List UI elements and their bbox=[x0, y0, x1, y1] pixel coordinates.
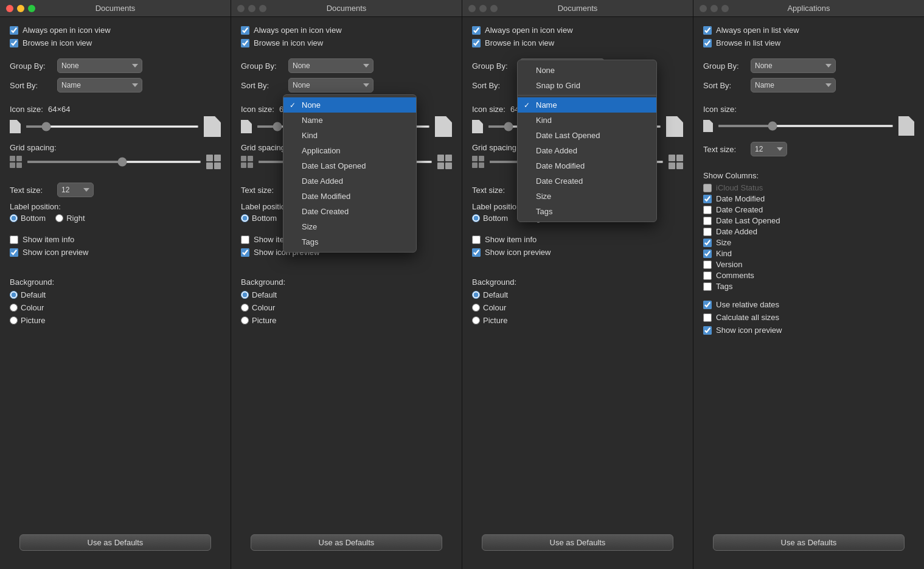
maximize-button-1[interactable] bbox=[28, 5, 35, 12]
col-dateadded-4: Date Added bbox=[703, 227, 914, 236]
dropdown-item-size-3[interactable]: Size bbox=[518, 189, 656, 204]
icon-lg-4 bbox=[898, 116, 914, 136]
use-relative-dates-checkbox-4[interactable] bbox=[703, 301, 712, 309]
col-datecreated-checkbox-4[interactable] bbox=[703, 206, 712, 214]
use-defaults-btn-2[interactable]: Use as Defaults bbox=[251, 534, 442, 551]
dropdown-item-name-3[interactable]: ✓Name bbox=[518, 97, 656, 113]
use-defaults-btn-3[interactable]: Use as Defaults bbox=[482, 534, 673, 551]
show-icon-preview-checkbox-3[interactable] bbox=[472, 248, 481, 257]
col-datelastopened-checkbox-4[interactable] bbox=[703, 217, 712, 225]
icon-size-slider-4[interactable] bbox=[718, 125, 894, 127]
use-defaults-btn-1[interactable]: Use as Defaults bbox=[19, 534, 211, 551]
show-item-info-checkbox-1[interactable] bbox=[10, 236, 18, 244]
col-kind-checkbox-4[interactable] bbox=[703, 250, 712, 258]
bg-picture-radio-1[interactable] bbox=[10, 316, 18, 324]
dropdown-item-dateadded-2[interactable]: Date Added bbox=[283, 173, 416, 189]
use-defaults-btn-4[interactable]: Use as Defaults bbox=[713, 534, 905, 551]
icon-size-slider-1[interactable] bbox=[26, 125, 199, 128]
dropdown-item-tags-3[interactable]: Tags bbox=[518, 204, 656, 219]
bg-default-radio-1[interactable] bbox=[10, 291, 18, 299]
group-by-select-1[interactable]: NoneNameKindApplication Date Last Opened… bbox=[57, 58, 142, 73]
dropdown-item-datelastopened-2[interactable]: Date Last Opened bbox=[283, 158, 416, 173]
maximize-button-3[interactable] bbox=[490, 5, 498, 12]
show-icon-preview-checkbox-4[interactable] bbox=[703, 326, 712, 335]
col-icloud-checkbox-4[interactable] bbox=[703, 184, 712, 192]
dropdown-item-datemodified-3[interactable]: Date Modified bbox=[518, 158, 656, 173]
group-by-row-2: Group By: NoneNameKind bbox=[241, 58, 452, 73]
sort-by-select-4[interactable]: NoneNameKind bbox=[751, 78, 836, 93]
col-tags-checkbox-4[interactable] bbox=[703, 282, 712, 291]
show-section-3: Show item info Show icon preview bbox=[472, 235, 683, 260]
show-item-info-checkbox-2[interactable] bbox=[241, 236, 249, 244]
always-open-icon-checkbox-1[interactable] bbox=[10, 26, 18, 35]
dropdown-item-datelastopened-3[interactable]: Date Last Opened bbox=[518, 128, 656, 143]
browse-list-checkbox-4[interactable] bbox=[703, 39, 712, 47]
always-open-icon-checkbox-2[interactable] bbox=[241, 26, 249, 35]
bg-colour-radio-3[interactable] bbox=[472, 304, 480, 312]
dropdown-item-dateadded-3[interactable]: Date Added bbox=[518, 143, 656, 158]
sort-by-select-1[interactable]: NoneNameKindApplication Date Last Opened… bbox=[57, 78, 142, 93]
dropdown-item-none-3[interactable]: None bbox=[518, 63, 656, 78]
bg-colour-3: Colour bbox=[472, 303, 506, 312]
minimize-button-4[interactable] bbox=[710, 5, 718, 12]
dropdown-item-application-2[interactable]: Application bbox=[283, 143, 416, 158]
col-tags-4: Tags bbox=[703, 282, 914, 291]
col-dateadded-checkbox-4[interactable] bbox=[703, 228, 712, 236]
bg-title-1: Background: bbox=[10, 278, 221, 287]
browse-icon-row-1: Browse in icon view bbox=[10, 38, 221, 47]
show-icon-preview-checkbox-2[interactable] bbox=[241, 248, 249, 257]
maximize-button-4[interactable] bbox=[721, 5, 729, 12]
show-icon-preview-checkbox-1[interactable] bbox=[10, 248, 18, 257]
col-comments-checkbox-4[interactable] bbox=[703, 271, 712, 280]
group-by-select-4[interactable]: NoneNameKind bbox=[751, 58, 836, 73]
col-datemodified-checkbox-4[interactable] bbox=[703, 195, 712, 203]
close-button-3[interactable] bbox=[468, 5, 476, 12]
dropdown-item-datecreated-3[interactable]: Date Created bbox=[518, 173, 656, 189]
label-bottom-radio-3[interactable] bbox=[472, 214, 480, 222]
dropdown-item-datemodified-2[interactable]: Date Modified bbox=[283, 189, 416, 204]
label-bottom-radio-2[interactable] bbox=[241, 214, 249, 222]
minimize-button-2[interactable] bbox=[248, 5, 255, 12]
bg-picture-radio-2[interactable] bbox=[241, 316, 249, 324]
col-version-checkbox-4[interactable] bbox=[703, 260, 712, 269]
text-size-select-1[interactable]: 10121416 bbox=[57, 183, 94, 197]
dropdown-item-datecreated-2[interactable]: Date Created bbox=[283, 204, 416, 219]
browse-icon-checkbox-1[interactable] bbox=[10, 39, 18, 47]
maximize-button-2[interactable] bbox=[259, 5, 266, 12]
calculate-all-sizes-checkbox-4[interactable] bbox=[703, 313, 712, 322]
show-item-info-checkbox-3[interactable] bbox=[472, 236, 481, 244]
close-button-2[interactable] bbox=[237, 5, 245, 12]
bg-colour-radio-1[interactable] bbox=[10, 304, 18, 312]
bg-picture-radio-3[interactable] bbox=[472, 316, 480, 324]
show-icon-preview-row-3: Show icon preview bbox=[472, 248, 683, 257]
text-size-select-4[interactable]: 101214 bbox=[751, 142, 787, 156]
dropdown-item-none-2[interactable]: ✓None bbox=[283, 97, 416, 113]
label-right-radio-1[interactable] bbox=[55, 214, 63, 222]
sort-by-select-2[interactable]: NoneName bbox=[288, 78, 373, 93]
titlebar-3: Documents bbox=[462, 0, 693, 17]
bg-colour-radio-2[interactable] bbox=[241, 304, 249, 312]
close-button-4[interactable] bbox=[700, 5, 707, 12]
label-bottom-radio-1[interactable] bbox=[10, 214, 18, 222]
always-open-list-checkbox-4[interactable] bbox=[703, 26, 712, 35]
always-open-icon-checkbox-3[interactable] bbox=[472, 26, 481, 35]
bg-default-radio-2[interactable] bbox=[241, 291, 249, 299]
col-size-checkbox-4[interactable] bbox=[703, 239, 712, 247]
bg-default-radio-3[interactable] bbox=[472, 291, 480, 299]
text-size-label-3: Text size: bbox=[472, 186, 515, 195]
grid-spacing-slider-1[interactable] bbox=[27, 161, 201, 163]
browse-icon-checkbox-3[interactable] bbox=[472, 39, 481, 47]
check-icon-2: ✓ bbox=[290, 101, 296, 110]
icon-size-row-1: Icon size: 64×64 bbox=[10, 105, 221, 114]
dropdown-item-tags-2[interactable]: Tags bbox=[283, 234, 416, 250]
dropdown-item-size-2[interactable]: Size bbox=[283, 219, 416, 234]
browse-icon-checkbox-2[interactable] bbox=[241, 39, 249, 47]
close-button-1[interactable] bbox=[6, 5, 13, 12]
dropdown-item-snaptogrid-3[interactable]: Snap to Grid bbox=[518, 78, 656, 93]
group-by-select-2[interactable]: NoneNameKind bbox=[288, 58, 373, 73]
dropdown-item-kind-3[interactable]: Kind bbox=[518, 113, 656, 128]
minimize-button-3[interactable] bbox=[479, 5, 487, 12]
minimize-button-1[interactable] bbox=[17, 5, 24, 12]
dropdown-item-name-2[interactable]: Name bbox=[283, 113, 416, 128]
dropdown-item-kind-2[interactable]: Kind bbox=[283, 128, 416, 143]
